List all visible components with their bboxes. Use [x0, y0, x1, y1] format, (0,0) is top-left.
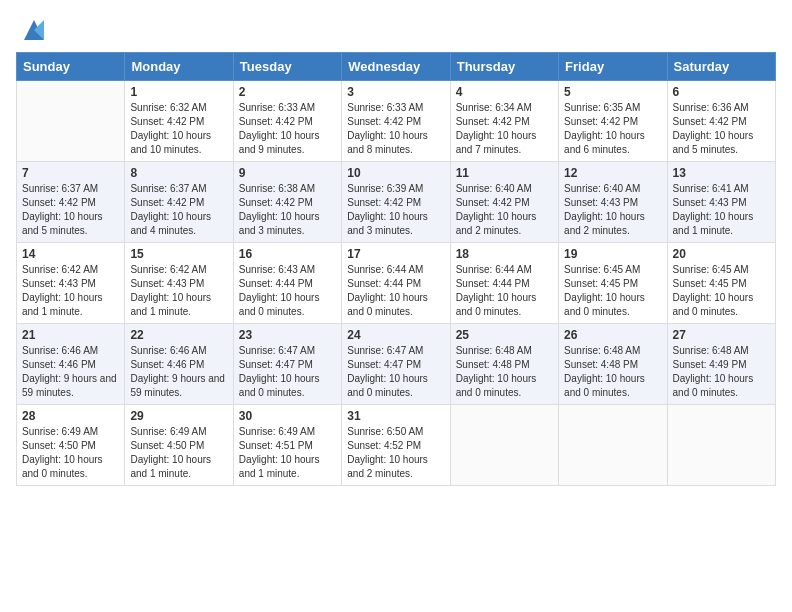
day-of-week-monday: Monday	[125, 53, 233, 81]
day-number: 6	[673, 85, 770, 99]
calendar-cell: 15Sunrise: 6:42 AM Sunset: 4:43 PM Dayli…	[125, 243, 233, 324]
logo	[16, 16, 48, 44]
day-number: 23	[239, 328, 336, 342]
day-of-week-friday: Friday	[559, 53, 667, 81]
day-number: 26	[564, 328, 661, 342]
day-number: 7	[22, 166, 119, 180]
day-of-week-sunday: Sunday	[17, 53, 125, 81]
day-number: 10	[347, 166, 444, 180]
day-info: Sunrise: 6:41 AM Sunset: 4:43 PM Dayligh…	[673, 182, 770, 238]
calendar-cell: 10Sunrise: 6:39 AM Sunset: 4:42 PM Dayli…	[342, 162, 450, 243]
day-number: 31	[347, 409, 444, 423]
day-number: 5	[564, 85, 661, 99]
day-info: Sunrise: 6:48 AM Sunset: 4:49 PM Dayligh…	[673, 344, 770, 400]
day-info: Sunrise: 6:36 AM Sunset: 4:42 PM Dayligh…	[673, 101, 770, 157]
calendar-cell: 2Sunrise: 6:33 AM Sunset: 4:42 PM Daylig…	[233, 81, 341, 162]
calendar-cell: 19Sunrise: 6:45 AM Sunset: 4:45 PM Dayli…	[559, 243, 667, 324]
day-number: 29	[130, 409, 227, 423]
day-of-week-saturday: Saturday	[667, 53, 775, 81]
day-info: Sunrise: 6:48 AM Sunset: 4:48 PM Dayligh…	[456, 344, 553, 400]
calendar-cell: 3Sunrise: 6:33 AM Sunset: 4:42 PM Daylig…	[342, 81, 450, 162]
calendar-week-row: 1Sunrise: 6:32 AM Sunset: 4:42 PM Daylig…	[17, 81, 776, 162]
day-number: 8	[130, 166, 227, 180]
calendar-cell: 9Sunrise: 6:38 AM Sunset: 4:42 PM Daylig…	[233, 162, 341, 243]
day-info: Sunrise: 6:32 AM Sunset: 4:42 PM Dayligh…	[130, 101, 227, 157]
day-info: Sunrise: 6:47 AM Sunset: 4:47 PM Dayligh…	[239, 344, 336, 400]
calendar-cell: 20Sunrise: 6:45 AM Sunset: 4:45 PM Dayli…	[667, 243, 775, 324]
calendar-cell: 23Sunrise: 6:47 AM Sunset: 4:47 PM Dayli…	[233, 324, 341, 405]
day-info: Sunrise: 6:37 AM Sunset: 4:42 PM Dayligh…	[22, 182, 119, 238]
day-info: Sunrise: 6:47 AM Sunset: 4:47 PM Dayligh…	[347, 344, 444, 400]
day-info: Sunrise: 6:40 AM Sunset: 4:43 PM Dayligh…	[564, 182, 661, 238]
day-number: 27	[673, 328, 770, 342]
day-info: Sunrise: 6:46 AM Sunset: 4:46 PM Dayligh…	[22, 344, 119, 400]
calendar-cell: 22Sunrise: 6:46 AM Sunset: 4:46 PM Dayli…	[125, 324, 233, 405]
calendar-cell	[17, 81, 125, 162]
day-number: 24	[347, 328, 444, 342]
calendar-cell: 1Sunrise: 6:32 AM Sunset: 4:42 PM Daylig…	[125, 81, 233, 162]
day-info: Sunrise: 6:38 AM Sunset: 4:42 PM Dayligh…	[239, 182, 336, 238]
day-number: 11	[456, 166, 553, 180]
calendar-cell: 8Sunrise: 6:37 AM Sunset: 4:42 PM Daylig…	[125, 162, 233, 243]
day-number: 2	[239, 85, 336, 99]
calendar-cell: 17Sunrise: 6:44 AM Sunset: 4:44 PM Dayli…	[342, 243, 450, 324]
day-info: Sunrise: 6:49 AM Sunset: 4:51 PM Dayligh…	[239, 425, 336, 481]
calendar-cell: 4Sunrise: 6:34 AM Sunset: 4:42 PM Daylig…	[450, 81, 558, 162]
calendar-cell: 6Sunrise: 6:36 AM Sunset: 4:42 PM Daylig…	[667, 81, 775, 162]
day-number: 3	[347, 85, 444, 99]
day-number: 4	[456, 85, 553, 99]
day-number: 15	[130, 247, 227, 261]
calendar-cell: 21Sunrise: 6:46 AM Sunset: 4:46 PM Dayli…	[17, 324, 125, 405]
day-info: Sunrise: 6:50 AM Sunset: 4:52 PM Dayligh…	[347, 425, 444, 481]
calendar-cell: 5Sunrise: 6:35 AM Sunset: 4:42 PM Daylig…	[559, 81, 667, 162]
day-number: 20	[673, 247, 770, 261]
calendar-cell	[667, 405, 775, 486]
calendar-cell: 18Sunrise: 6:44 AM Sunset: 4:44 PM Dayli…	[450, 243, 558, 324]
day-info: Sunrise: 6:42 AM Sunset: 4:43 PM Dayligh…	[22, 263, 119, 319]
calendar-cell: 7Sunrise: 6:37 AM Sunset: 4:42 PM Daylig…	[17, 162, 125, 243]
calendar-cell: 28Sunrise: 6:49 AM Sunset: 4:50 PM Dayli…	[17, 405, 125, 486]
day-info: Sunrise: 6:40 AM Sunset: 4:42 PM Dayligh…	[456, 182, 553, 238]
calendar-cell: 31Sunrise: 6:50 AM Sunset: 4:52 PM Dayli…	[342, 405, 450, 486]
day-info: Sunrise: 6:35 AM Sunset: 4:42 PM Dayligh…	[564, 101, 661, 157]
day-number: 9	[239, 166, 336, 180]
calendar-cell: 29Sunrise: 6:49 AM Sunset: 4:50 PM Dayli…	[125, 405, 233, 486]
calendar-cell: 24Sunrise: 6:47 AM Sunset: 4:47 PM Dayli…	[342, 324, 450, 405]
calendar-cell: 11Sunrise: 6:40 AM Sunset: 4:42 PM Dayli…	[450, 162, 558, 243]
calendar-cell: 14Sunrise: 6:42 AM Sunset: 4:43 PM Dayli…	[17, 243, 125, 324]
day-info: Sunrise: 6:39 AM Sunset: 4:42 PM Dayligh…	[347, 182, 444, 238]
day-of-week-thursday: Thursday	[450, 53, 558, 81]
calendar-header-row: SundayMondayTuesdayWednesdayThursdayFrid…	[17, 53, 776, 81]
calendar-cell: 25Sunrise: 6:48 AM Sunset: 4:48 PM Dayli…	[450, 324, 558, 405]
day-of-week-wednesday: Wednesday	[342, 53, 450, 81]
day-number: 1	[130, 85, 227, 99]
calendar-week-row: 21Sunrise: 6:46 AM Sunset: 4:46 PM Dayli…	[17, 324, 776, 405]
day-info: Sunrise: 6:49 AM Sunset: 4:50 PM Dayligh…	[22, 425, 119, 481]
day-of-week-tuesday: Tuesday	[233, 53, 341, 81]
day-number: 21	[22, 328, 119, 342]
calendar-cell: 13Sunrise: 6:41 AM Sunset: 4:43 PM Dayli…	[667, 162, 775, 243]
day-number: 28	[22, 409, 119, 423]
calendar-cell: 30Sunrise: 6:49 AM Sunset: 4:51 PM Dayli…	[233, 405, 341, 486]
calendar-week-row: 28Sunrise: 6:49 AM Sunset: 4:50 PM Dayli…	[17, 405, 776, 486]
day-info: Sunrise: 6:44 AM Sunset: 4:44 PM Dayligh…	[456, 263, 553, 319]
calendar-cell: 26Sunrise: 6:48 AM Sunset: 4:48 PM Dayli…	[559, 324, 667, 405]
day-info: Sunrise: 6:44 AM Sunset: 4:44 PM Dayligh…	[347, 263, 444, 319]
calendar-cell	[450, 405, 558, 486]
day-info: Sunrise: 6:49 AM Sunset: 4:50 PM Dayligh…	[130, 425, 227, 481]
day-info: Sunrise: 6:48 AM Sunset: 4:48 PM Dayligh…	[564, 344, 661, 400]
calendar-cell: 16Sunrise: 6:43 AM Sunset: 4:44 PM Dayli…	[233, 243, 341, 324]
day-info: Sunrise: 6:42 AM Sunset: 4:43 PM Dayligh…	[130, 263, 227, 319]
calendar-cell: 12Sunrise: 6:40 AM Sunset: 4:43 PM Dayli…	[559, 162, 667, 243]
day-info: Sunrise: 6:45 AM Sunset: 4:45 PM Dayligh…	[673, 263, 770, 319]
day-info: Sunrise: 6:33 AM Sunset: 4:42 PM Dayligh…	[239, 101, 336, 157]
day-number: 30	[239, 409, 336, 423]
day-number: 18	[456, 247, 553, 261]
day-number: 14	[22, 247, 119, 261]
day-number: 19	[564, 247, 661, 261]
calendar-week-row: 7Sunrise: 6:37 AM Sunset: 4:42 PM Daylig…	[17, 162, 776, 243]
day-info: Sunrise: 6:34 AM Sunset: 4:42 PM Dayligh…	[456, 101, 553, 157]
day-number: 12	[564, 166, 661, 180]
logo-icon	[20, 16, 48, 44]
day-number: 16	[239, 247, 336, 261]
